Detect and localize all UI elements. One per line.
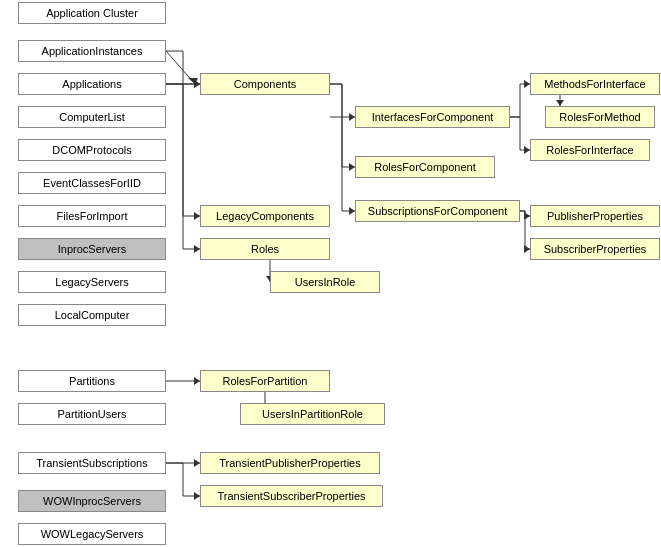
node-applicationcluster: Application Cluster — [18, 2, 166, 24]
node-rolesformethod: RolesForMethod — [545, 106, 655, 128]
node-rolesforpartition: RolesForPartition — [200, 370, 330, 392]
node-dcomprotocols: DCOMProtocols — [18, 139, 166, 161]
node-localcomputer: LocalComputer — [18, 304, 166, 326]
node-usersinpartitionrole: UsersInPartitionRole — [240, 403, 385, 425]
node-transientpublisherproperties: TransientPublisherProperties — [200, 452, 380, 474]
svg-line-0 — [166, 51, 195, 84]
node-legacyservers: LegacyServers — [18, 271, 166, 293]
node-components: Components — [200, 73, 330, 95]
node-rolesforcomponent: RolesForComponent — [355, 156, 495, 178]
node-wowinprocservers: WOWInprocServers — [18, 490, 166, 512]
diagram: Application ClusterApplicationInstancesA… — [0, 0, 661, 547]
node-applications: Applications — [18, 73, 166, 95]
svg-marker-1 — [188, 78, 198, 84]
node-wowlegacyservers: WOWLegacyServers — [18, 523, 166, 545]
node-filesforimport: FilesForImport — [18, 205, 166, 227]
node-eventclassesforiid: EventClassesForIID — [18, 172, 166, 194]
node-partitions: Partitions — [18, 370, 166, 392]
node-legacycomponents: LegacyComponents — [200, 205, 330, 227]
node-methodsforinterface: MethodsForInterface — [530, 73, 660, 95]
node-subscriberproperties: SubscriberProperties — [530, 238, 660, 260]
node-inprocservers: InprocServers — [18, 238, 166, 260]
node-transientsubscriptions: TransientSubscriptions — [18, 452, 166, 474]
node-computerlist: ComputerList — [18, 106, 166, 128]
node-publisherproperties: PublisherProperties — [530, 205, 660, 227]
node-subscriptionsforcomponent: SubscriptionsForComponent — [355, 200, 520, 222]
node-rolesforinterface: RolesForInterface — [530, 139, 650, 161]
node-usersinrole: UsersInRole — [270, 271, 380, 293]
node-interfacesforcomponent: InterfacesForComponent — [355, 106, 510, 128]
node-partitionusers: PartitionUsers — [18, 403, 166, 425]
node-roles: Roles — [200, 238, 330, 260]
node-applicationinstances: ApplicationInstances — [18, 40, 166, 62]
node-transientsubscriberproperties: TransientSubscriberProperties — [200, 485, 383, 507]
